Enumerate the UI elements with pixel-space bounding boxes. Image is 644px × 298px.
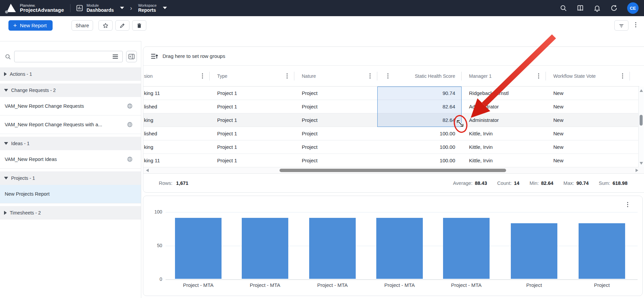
column-menu-icon[interactable] xyxy=(287,73,288,78)
scroll-right-arrow[interactable] xyxy=(636,169,638,172)
horizontal-scrollbar[interactable] xyxy=(143,167,644,173)
gridline xyxy=(166,212,638,212)
bar xyxy=(579,223,625,279)
row-group-drop-zone[interactable]: Drag here to set row groups xyxy=(143,47,644,66)
chevron-right-icon xyxy=(4,211,7,215)
scroll-left-arrow[interactable] xyxy=(146,169,149,172)
report-list: Actions - 1 Change Requests - 2 VAM_New … xyxy=(0,67,141,220)
search-options-menu-icon[interactable] xyxy=(113,54,118,59)
dashboard-icon xyxy=(76,4,83,12)
filter-button[interactable] xyxy=(614,20,628,31)
y-axis-tick: 50 xyxy=(147,243,162,248)
x-axis-label: Project - MTA xyxy=(304,282,361,288)
column-header-clipped[interactable]: sion xyxy=(143,66,210,86)
horizontal-scrollbar-thumb[interactable] xyxy=(280,169,506,172)
nav-module-label: Module xyxy=(87,3,114,8)
bar xyxy=(376,218,423,279)
column-header-workflow-state-vote[interactable]: Workflow State Vote xyxy=(546,66,630,86)
column-menu-icon[interactable] xyxy=(370,73,371,78)
bar xyxy=(443,218,490,279)
breadcrumb-chevron-icon: › xyxy=(130,5,132,12)
list-item[interactable]: VAM_New Report Ideas xyxy=(0,150,141,169)
aggregate-max: Max: 90.74 xyxy=(563,180,589,186)
grid-body: king 11 Project 1 Project 90.74 Ridgebac… xyxy=(143,87,639,167)
chart-menu-icon[interactable] xyxy=(627,202,628,207)
bar xyxy=(309,218,356,279)
brand-line1: Planview. xyxy=(20,3,64,7)
trash-icon xyxy=(136,23,142,29)
scroll-up-arrow[interactable] xyxy=(640,89,643,92)
toolbar-overflow-menu-icon[interactable] xyxy=(635,22,636,27)
nav-module-dashboards[interactable]: Module Dashboards xyxy=(76,3,124,13)
y-axis-tick: 100 xyxy=(147,209,162,214)
chevron-down-icon xyxy=(4,177,8,179)
list-item[interactable]: VAM_New Report Change Requests xyxy=(0,97,141,115)
planview-logo[interactable]: Planview. ProjectAdvantage xyxy=(5,3,64,13)
table-row[interactable]: king 11 Project 1 Project 90.74 Ridgebac… xyxy=(143,87,639,100)
list-item-selected[interactable]: New Projects Report xyxy=(0,185,141,203)
share-button[interactable]: Share xyxy=(71,20,93,31)
top-navbar: Planview. ProjectAdvantage Module Dashbo… xyxy=(0,0,644,16)
brand-line2: ProjectAdvantage xyxy=(20,7,64,13)
column-menu-icon[interactable] xyxy=(538,73,539,78)
pencil-icon xyxy=(119,23,125,29)
scroll-down-arrow[interactable] xyxy=(640,162,643,165)
report-grid-panel: Drag here to set row groups sion Type Na… xyxy=(143,46,644,193)
new-report-button[interactable]: + New Report xyxy=(8,20,53,31)
column-header-type[interactable]: Type xyxy=(210,66,294,86)
collapse-panel-icon xyxy=(128,54,135,59)
nav-workspace-reports[interactable]: Workspace Reports xyxy=(138,3,167,13)
collapse-panel-button[interactable] xyxy=(126,51,137,62)
table-row[interactable]: lished Project 1 Project 100.00 Kittle, … xyxy=(143,127,639,140)
sidebar-group-ideas[interactable]: Ideas - 1 xyxy=(0,137,141,150)
column-header-static-health-score[interactable]: Static Health Score xyxy=(377,66,462,86)
globe-icon xyxy=(127,156,133,162)
aggregate-average: Average: 88.43 xyxy=(453,180,487,186)
favorite-button[interactable] xyxy=(98,20,113,31)
table-row-highlighted[interactable]: king Project 1 Project 82.64 Administrat… xyxy=(143,113,639,127)
sidebar-group-actions[interactable]: Actions - 1 xyxy=(0,67,141,81)
nav-dashboards-label: Dashboards xyxy=(87,7,114,13)
x-axis-label: Project - MTA xyxy=(371,282,428,288)
help-book-icon[interactable] xyxy=(577,4,584,12)
table-row[interactable]: lished Project 1 Project 82.64 Administr… xyxy=(143,100,639,113)
sidebar-group-change-requests[interactable]: Change Requests - 2 xyxy=(0,84,141,97)
aggregate-sum: Sum: 618.98 xyxy=(599,180,627,186)
column-menu-icon[interactable] xyxy=(622,73,623,78)
row-count: Rows: 1,671 xyxy=(159,180,188,186)
column-header-nature[interactable]: Nature xyxy=(294,66,377,86)
chevron-down-icon xyxy=(4,89,8,92)
column-menu-icon[interactable] xyxy=(202,73,203,78)
sidebar-top-border xyxy=(0,41,141,41)
aggregates: Average: 88.43 Count: 14 Min: 82.64 Max:… xyxy=(453,180,627,186)
vertical-scrollbar-thumb[interactable] xyxy=(640,115,643,126)
planview-triangle-icon xyxy=(5,3,17,13)
table-row[interactable]: king Project 1 Project 100.00 Kittle, Ir… xyxy=(143,140,639,154)
column-header-partial[interactable] xyxy=(630,66,639,86)
report-search-input[interactable] xyxy=(14,51,123,62)
search-icon xyxy=(5,54,11,60)
aggregate-count: Count: 14 xyxy=(497,180,520,186)
nav-workspace-label: Workspace xyxy=(138,3,157,8)
chevron-right-icon xyxy=(4,72,7,76)
bar-chart-panel: 100 50 0 Project - MTA Project - MTA Pro… xyxy=(143,196,643,296)
delete-button[interactable] xyxy=(132,20,146,31)
filter-icon xyxy=(618,23,624,29)
user-avatar[interactable]: CE xyxy=(627,2,639,14)
refresh-icon[interactable] xyxy=(610,4,618,12)
edit-button[interactable] xyxy=(115,20,129,31)
nav-divider xyxy=(70,4,70,12)
chevron-down-icon xyxy=(163,7,167,9)
sidebar-divider xyxy=(141,41,141,298)
vertical-scrollbar[interactable] xyxy=(638,87,644,167)
x-axis-label: Project - MTA xyxy=(170,282,227,288)
column-menu-icon[interactable] xyxy=(387,73,388,78)
sidebar-group-timesheets[interactable]: Timesheets - 2 xyxy=(0,206,141,220)
table-row[interactable]: king 11 Project 1 Project 100.00 Kittle,… xyxy=(143,154,639,167)
search-icon[interactable] xyxy=(560,4,567,12)
globe-icon xyxy=(127,103,133,109)
sidebar-group-projects[interactable]: Projects - 1 xyxy=(0,171,141,185)
column-header-manager-1[interactable]: Manager 1 xyxy=(462,66,546,86)
list-item[interactable]: VAM_New Report Change Requests with a... xyxy=(0,115,141,134)
notifications-bell-icon[interactable] xyxy=(593,4,601,12)
